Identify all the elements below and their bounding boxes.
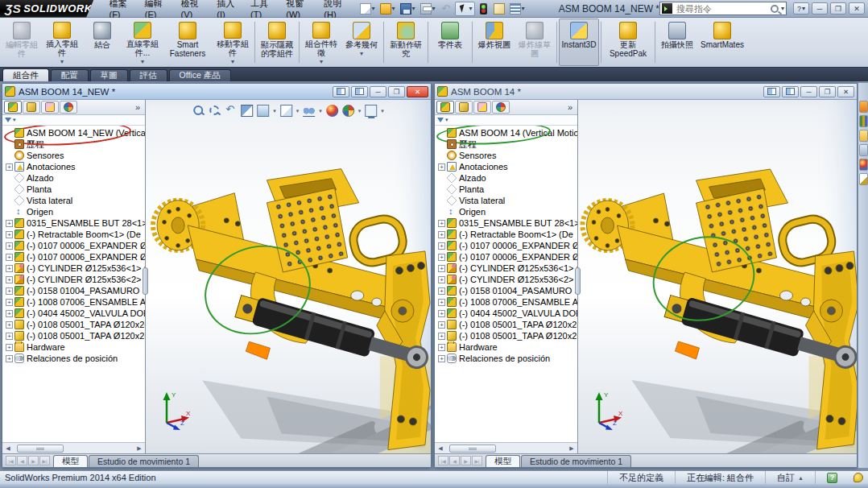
graphics-viewport[interactable] (578, 100, 857, 453)
help-status-pane[interactable]: ? (815, 471, 849, 484)
tree-horizontal-scrollbar[interactable]: ◀ ▶ (435, 442, 577, 453)
new-document-dropdown-icon[interactable]: ▾ (372, 5, 375, 12)
panel-overflow-chevron[interactable]: » (568, 102, 576, 112)
panel-overflow-chevron[interactable]: » (135, 102, 143, 112)
tree-root-item[interactable]: ASM BOOM 14 (Vertical Motion (436, 127, 577, 139)
expand-toggle[interactable]: + (6, 310, 13, 317)
minimize-button[interactable]: ─ (812, 2, 828, 14)
tab-組合件[interactable]: 組合件 (2, 68, 49, 81)
apply-scene-icon[interactable] (342, 105, 354, 117)
tag-icon[interactable] (854, 473, 863, 482)
expand-toggle[interactable]: + (438, 265, 445, 272)
tree-item[interactable]: Alzado (436, 172, 577, 184)
smartmates-button[interactable]: SmartMates (697, 19, 747, 66)
tab-草圖[interactable]: 草圖 (90, 69, 128, 81)
tree-item[interactable]: +(-) Retractable Boom<1> (De (4, 229, 145, 240)
filter-dropdown-icon[interactable]: ▾ (13, 117, 16, 123)
hide-show-items-icon[interactable] (303, 105, 315, 117)
window-titlebar[interactable]: ASM BOOM 14 * ─ ❐ ✕ (435, 84, 857, 100)
expand-toggle[interactable]: + (438, 321, 445, 329)
tree-item[interactable]: +(-) 0108 05001_TAPA Ø120x2( (4, 330, 145, 341)
tab-motion-study[interactable]: Estudio de movimiento 1 (89, 455, 199, 467)
filter-dropdown-icon[interactable]: ▾ (445, 117, 448, 123)
expand-toggle[interactable]: + (438, 299, 445, 306)
linear-component-pattern-dropdown-icon[interactable]: ▾ (141, 58, 144, 65)
tree-item[interactable]: +(-) CYLINDER Ø125x536<2> ( (436, 274, 577, 285)
expand-toggle[interactable]: + (438, 254, 445, 261)
search-input[interactable] (675, 3, 771, 14)
new-motion-study-button[interactable]: 新動作研究 (386, 19, 426, 66)
tile-left-button[interactable] (333, 86, 349, 97)
tree-item[interactable]: +Relaciones de posición (436, 353, 577, 364)
tree-filter-bar[interactable]: ▾ (435, 115, 577, 126)
instant3d-button[interactable]: Instant3D (559, 19, 599, 66)
tree-item[interactable]: Planta (436, 184, 577, 195)
apply-scene-dropdown-icon[interactable]: ▾ (358, 108, 362, 114)
select-arrow-button[interactable]: ▾ (455, 2, 475, 16)
expand-toggle[interactable]: + (438, 355, 445, 362)
tab-Office 產品[interactable]: Office 產品 (169, 69, 231, 81)
display-style-icon[interactable] (280, 105, 292, 117)
scroll-left-arrow[interactable]: ◀ (435, 443, 446, 453)
tree-item[interactable]: 歷程 (436, 139, 577, 150)
tree-item[interactable]: Origen (436, 206, 577, 217)
tree-item[interactable]: +(-) 0158 01004_PASAMURO S (436, 285, 577, 296)
tab-model[interactable]: 模型 (486, 455, 520, 467)
insert-component-dropdown-icon[interactable]: ▾ (60, 58, 64, 65)
quick-tips-icon[interactable]: ? (827, 473, 837, 483)
expand-toggle[interactable]: + (438, 220, 445, 227)
window-close-button[interactable]: ✕ (837, 86, 854, 97)
tree-item[interactable]: 歷程 (4, 139, 145, 150)
window-minimize-button[interactable]: ─ (370, 86, 386, 97)
print-document-button[interactable]: ▾ (419, 2, 437, 15)
propertymanager-tab[interactable] (23, 101, 40, 114)
tree-item[interactable]: +(-) 0107 00006_EXPANDER Ø( (4, 240, 145, 251)
exploded-view-button[interactable]: 爆炸視圖 (474, 19, 515, 66)
move-component-dropdown-icon[interactable]: ▾ (231, 58, 234, 65)
window-maximize-button[interactable]: ❐ (819, 86, 836, 97)
tree-item[interactable]: +(-) 0158 01004_PASAMURO S (4, 285, 145, 296)
configurationmanager-tab[interactable] (41, 101, 59, 114)
bill-of-materials-button[interactable]: 零件表 (430, 19, 470, 66)
tree-item[interactable]: +(-) 0108 05001_TAPA Ø120x2( (436, 319, 577, 330)
solidworks-resources-icon[interactable] (859, 101, 868, 113)
display-style-dropdown-icon[interactable]: ▾ (296, 108, 300, 114)
tree-item[interactable]: Sensores (4, 150, 145, 161)
edit-appearance-icon[interactable] (326, 105, 338, 117)
design-library-icon[interactable] (859, 115, 868, 127)
tree-item[interactable]: +(-) 0107 00006_EXPANDER Ø( (4, 251, 145, 263)
tile-left-button[interactable] (763, 86, 780, 97)
expand-toggle[interactable]: + (6, 321, 13, 329)
expand-toggle[interactable]: + (6, 355, 13, 362)
section-view-icon[interactable] (241, 105, 253, 117)
next-sheet-button[interactable]: ▶ (461, 456, 471, 465)
tab-配置[interactable]: 配置 (51, 69, 89, 81)
expand-toggle[interactable]: + (6, 276, 13, 283)
featuremanager-tree-tab[interactable] (436, 101, 454, 114)
open-document-button[interactable]: ▾ (378, 2, 397, 15)
help-button[interactable]: ?▾ (793, 2, 809, 14)
appearances-scenes-icon[interactable] (859, 159, 868, 171)
expand-toggle[interactable]: + (6, 254, 13, 261)
expand-toggle[interactable]: + (6, 299, 13, 306)
move-component-button[interactable]: 移動零組件▾ (213, 19, 253, 66)
previous-view-icon[interactable] (225, 105, 237, 117)
expand-toggle[interactable]: + (6, 287, 13, 295)
custom-properties-icon[interactable] (859, 173, 868, 185)
tree-item[interactable]: +(-) 0404 45002_VALVULA DOE (436, 308, 577, 319)
window-close-button[interactable]: ✕ (407, 86, 428, 97)
new-document-button[interactable]: ▾ (358, 2, 377, 15)
configurationmanager-tab[interactable] (473, 101, 491, 114)
expand-toggle[interactable]: + (438, 242, 445, 250)
expand-toggle[interactable]: + (6, 242, 13, 250)
displaymanager-tab[interactable] (492, 101, 510, 114)
assembly-features-button[interactable]: 組合件特徵▾ (301, 19, 341, 66)
tree-item[interactable]: Vista lateral (436, 195, 577, 206)
tree-item[interactable]: +(-) 0107 00006_EXPANDER Ø( (436, 240, 577, 251)
displaymanager-tab[interactable] (60, 101, 77, 114)
options-button[interactable] (492, 2, 506, 15)
tree-item[interactable]: +(-) CYLINDER Ø125x536<2> ( (4, 274, 145, 285)
expand-toggle[interactable]: + (438, 276, 445, 283)
zoom-to-area-icon[interactable] (209, 105, 221, 117)
restore-button[interactable]: ❐ (830, 2, 846, 14)
